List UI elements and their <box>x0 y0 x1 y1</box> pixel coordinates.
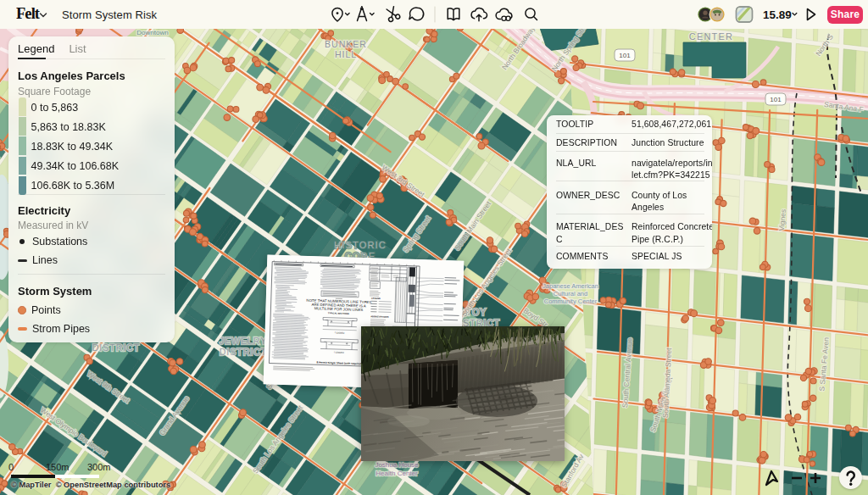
svg-text:HISTORIC: HISTORIC <box>334 240 387 250</box>
svg-text:TYPICAL SECTIONS: TYPICAL SECTIONS <box>328 311 349 315</box>
svg-text:Japanese American: Japanese American <box>542 282 598 290</box>
svg-text:101: 101 <box>619 52 631 59</box>
svg-text:Joshua House: Joshua House <box>375 461 419 469</box>
svg-text:Community Center: Community Center <box>544 298 598 305</box>
svg-text:Health Center: Health Center <box>376 470 418 477</box>
svg-text:FLOODED: FLOODED <box>334 352 344 354</box>
svg-text:DISTRICT: DISTRICT <box>92 342 140 353</box>
svg-text:FLOODED: FLOODED <box>335 331 345 334</box>
svg-text:ABBREVIATIONS: ABBREVIATIONS <box>370 314 389 319</box>
svg-text:CENTER: CENTER <box>689 31 733 42</box>
svg-text:BUNKER: BUNKER <box>325 39 367 49</box>
svg-text:Cultural and: Cultural and <box>554 290 587 298</box>
svg-text:DISTRICT: DISTRICT <box>220 347 267 357</box>
svg-text:15.89: 15.89 <box>763 8 792 21</box>
svg-text:LEGEND: LEGEND <box>371 297 381 300</box>
svg-text:JEWELRY: JEWELRY <box>220 336 267 346</box>
svg-text:101: 101 <box>770 96 782 103</box>
svg-text:HILL: HILL <box>335 49 357 59</box>
